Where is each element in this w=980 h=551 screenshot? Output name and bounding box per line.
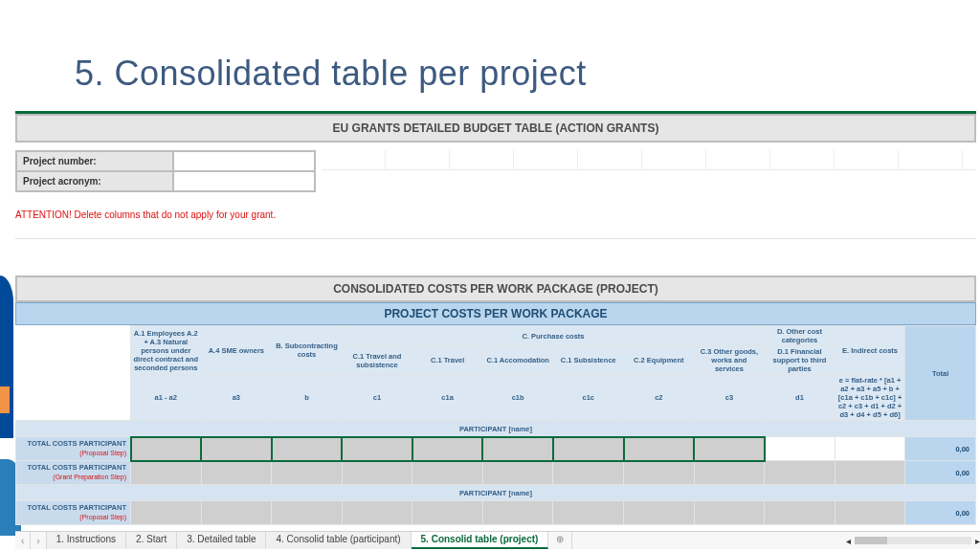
cell[interactable] bbox=[272, 437, 343, 461]
tab-nav-next[interactable]: › bbox=[31, 532, 46, 549]
cell[interactable] bbox=[131, 501, 202, 525]
cell[interactable] bbox=[131, 437, 202, 461]
total-3: 0,00 bbox=[905, 501, 976, 525]
scroll-thumb[interactable] bbox=[855, 537, 887, 544]
cell[interactable] bbox=[412, 461, 483, 485]
code-c2: c2 bbox=[624, 375, 695, 421]
cost-header-table: A.1 Employees A.2 + A.3 Natural persons … bbox=[15, 325, 976, 525]
hdr-d: D. Other cost categories bbox=[765, 326, 835, 346]
cell[interactable] bbox=[272, 501, 343, 525]
project-number-value[interactable] bbox=[174, 152, 314, 170]
cell[interactable] bbox=[624, 461, 695, 485]
code-a4: a3 bbox=[201, 375, 272, 421]
project-number-label: Project number: bbox=[17, 152, 174, 170]
hdr-total: Total bbox=[905, 326, 976, 421]
banner-consolidated: CONSOLIDATED COSTS PER WORK PACKAGE (PRO… bbox=[15, 276, 976, 302]
cell[interactable] bbox=[342, 461, 412, 485]
sheet-tab-bar: ‹ › 1. Instructions 2. Start 3. Detailed… bbox=[15, 531, 980, 549]
decor-ribbon-orange bbox=[0, 386, 10, 413]
total-2: 0,00 bbox=[905, 461, 976, 485]
code-c1t: c1a bbox=[412, 375, 483, 421]
code-c3: c3 bbox=[694, 375, 765, 421]
sheet-top-area: EU GRANTS DETAILED BUDGET TABLE (ACTION … bbox=[15, 111, 976, 239]
cell[interactable] bbox=[201, 437, 272, 461]
hdr-c: C. Purchase costs bbox=[342, 326, 764, 346]
total-1: 0,00 bbox=[905, 437, 976, 461]
tab-nav-prev[interactable]: ‹ bbox=[15, 532, 31, 549]
hdr-d1: D.1 Financial support to third parties bbox=[765, 346, 835, 375]
cell[interactable] bbox=[553, 501, 624, 525]
cell[interactable] bbox=[553, 461, 624, 485]
project-acronym-label: Project acronym: bbox=[17, 172, 174, 190]
decor-ribbon-blue bbox=[0, 276, 13, 438]
scroll-right-icon[interactable]: ▸ bbox=[975, 536, 980, 546]
participant-row-1: PARTICIPANT [name] bbox=[16, 421, 976, 437]
warning-text: ATTENTION! Delete columns that do not ap… bbox=[15, 209, 976, 220]
hdr-c1a: C.1 Accomodation bbox=[482, 346, 553, 375]
cell[interactable] bbox=[482, 501, 553, 525]
hdr-a4: A.4 SME owners bbox=[201, 326, 272, 375]
cell[interactable] bbox=[201, 461, 272, 485]
banner-eu-grants: EU GRANTS DETAILED BUDGET TABLE (ACTION … bbox=[15, 114, 976, 143]
hdr-e: E. Indirect costs bbox=[835, 326, 905, 375]
hdr-c2: C.2 Equipment bbox=[624, 346, 695, 375]
tcp-label-1: TOTAL COSTS PARTICIPANT (Proposal Step) bbox=[16, 437, 131, 461]
code-d1: d1 bbox=[765, 375, 835, 421]
cell[interactable] bbox=[835, 437, 905, 461]
code-b: b bbox=[272, 375, 343, 421]
cell[interactable] bbox=[765, 437, 835, 461]
cell[interactable] bbox=[624, 437, 695, 461]
code-a12: a1 - a2 bbox=[131, 375, 202, 421]
hdr-a12: A.1 Employees A.2 + A.3 Natural persons … bbox=[131, 326, 202, 375]
cell[interactable] bbox=[694, 437, 765, 461]
cell[interactable] bbox=[412, 437, 483, 461]
banner-project-costs: PROJECT COSTS PER WORK PACKAGE bbox=[15, 302, 976, 325]
cell[interactable] bbox=[694, 501, 765, 525]
cell[interactable] bbox=[765, 501, 835, 525]
cell[interactable] bbox=[482, 461, 553, 485]
code-c1ts: c1 bbox=[342, 375, 412, 421]
cell[interactable] bbox=[553, 437, 624, 461]
hdr-b: B. Subcontracting costs bbox=[272, 326, 343, 375]
hdr-c1ts: C.1 Travel and subsistence bbox=[342, 346, 412, 375]
tcp-label-3: TOTAL COSTS PARTICIPANT (Proposal Step) bbox=[16, 501, 131, 525]
project-acronym-value[interactable] bbox=[174, 172, 314, 190]
cell[interactable] bbox=[342, 501, 412, 525]
cell[interactable] bbox=[342, 437, 412, 461]
tcp-label-2: TOTAL COSTS PARTICIPANT (Grant Preparati… bbox=[16, 461, 131, 485]
code-c1s: c1c bbox=[553, 375, 624, 421]
tab-consolid-project[interactable]: 5. Consolid table (project) bbox=[412, 532, 549, 549]
hdr-c3: C.3 Other goods, works and services bbox=[694, 346, 765, 375]
cell[interactable] bbox=[482, 437, 553, 461]
page-title: 5. Consolidated table per project bbox=[75, 54, 587, 94]
e-formula: e = flat-rate * [a1 + a2 + a3 + a5 + b +… bbox=[835, 375, 905, 421]
tab-consolid-participant[interactable]: 4. Consolid table (participant) bbox=[266, 532, 411, 549]
sheet-mid-area: CONSOLIDATED COSTS PER WORK PACKAGE (PRO… bbox=[15, 276, 976, 525]
cell[interactable] bbox=[131, 461, 202, 485]
tab-start[interactable]: 2. Start bbox=[126, 532, 177, 549]
participant-row-2: PARTICIPANT [name] bbox=[16, 485, 976, 501]
hdr-c1t: C.1 Travel bbox=[412, 346, 483, 375]
project-meta-box: Project number: Project acronym: bbox=[15, 150, 316, 192]
scroll-left-icon[interactable]: ◂ bbox=[846, 536, 851, 546]
cell[interactable] bbox=[694, 461, 765, 485]
cell[interactable] bbox=[272, 461, 343, 485]
cell[interactable] bbox=[201, 501, 272, 525]
cell[interactable] bbox=[835, 501, 905, 525]
cell[interactable] bbox=[765, 461, 835, 485]
tab-add[interactable]: ⊕ bbox=[548, 532, 572, 549]
hdr-c1s: C.1 Subsistence bbox=[553, 346, 624, 375]
cell[interactable] bbox=[412, 501, 483, 525]
cell[interactable] bbox=[835, 461, 905, 485]
code-c1a: c1b bbox=[482, 375, 553, 421]
tab-instructions[interactable]: 1. Instructions bbox=[47, 532, 126, 549]
tab-detailed-table[interactable]: 3. Detailed table bbox=[177, 532, 266, 549]
cell[interactable] bbox=[624, 501, 695, 525]
horizontal-scrollbar[interactable]: ◂ ▸ bbox=[846, 532, 980, 549]
